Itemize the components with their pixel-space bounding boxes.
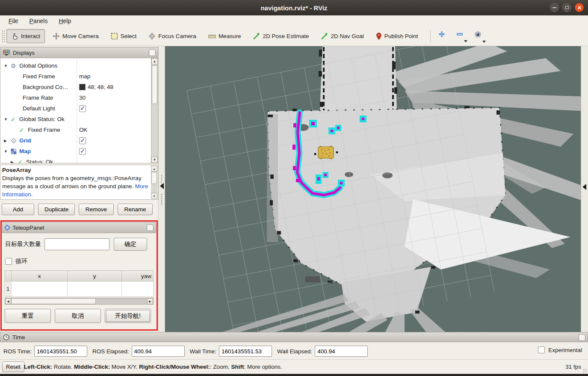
scroll-down-arrow-icon[interactable]: ▼ [151, 193, 157, 199]
remove-display-button[interactable]: Remove [79, 204, 114, 215]
scroll-up-arrow-icon[interactable]: ▲ [151, 166, 157, 172]
panel-splitter[interactable] [158, 46, 165, 332]
collapse-left-arrow-icon[interactable] [582, 184, 586, 190]
selection-box-icon [111, 33, 118, 40]
rviz-window: navigation.rviz* - RViz File Panels Help… [0, 0, 588, 376]
menu-help[interactable]: Help [53, 16, 76, 26]
chevron-collapsed-icon[interactable]: ▶ [4, 139, 11, 143]
tool-visibility-button[interactable] [471, 29, 485, 44]
scroll-right-arrow-icon[interactable]: ▶ [147, 298, 153, 304]
publish-point-tool-button[interactable]: Publish Point [372, 30, 423, 43]
remove-tool-button[interactable] [453, 29, 467, 43]
frame-rate-value[interactable]: 30 [79, 95, 86, 101]
map-enabled-checkbox[interactable] [79, 148, 86, 155]
displays-tree[interactable]: ▼ ⚙ Global Options Fixed Frame map Backg… [0, 58, 158, 163]
waypoint-row[interactable]: 1 [5, 281, 154, 297]
color-swatch[interactable] [79, 84, 86, 90]
scrollbar-thumb[interactable] [151, 172, 157, 184]
chevron-down-icon[interactable] [482, 41, 486, 43]
pose-estimate-tool-button[interactable]: 2D Pose Estimate [248, 30, 313, 43]
chevron-down-icon[interactable] [464, 40, 467, 42]
title-bar[interactable]: navigation.rviz* - RViz [0, 0, 588, 15]
grid-display-icon [11, 138, 19, 144]
background-color-value[interactable]: 48; 48; 48 [88, 84, 113, 90]
chevron-expanded-icon[interactable]: ▼ [4, 149, 11, 154]
rename-display-button[interactable]: Rename [118, 204, 153, 215]
cancel-button[interactable]: 取消 [55, 309, 101, 323]
tree-row-background-color[interactable]: Background Co… 48; 48; 48 [0, 82, 158, 92]
tree-row-grid[interactable]: ▶ Grid [0, 135, 158, 146]
interact-tool-button[interactable]: Interact [6, 29, 45, 43]
description-scrollbar[interactable]: ▲ ▼ [151, 166, 157, 199]
focus-camera-tool-button[interactable]: Focus Camera [144, 30, 201, 43]
tree-row-map-status[interactable]: ▶ ✓ Status: Ok [0, 157, 158, 163]
chevron-collapsed-icon[interactable]: ▶ [11, 160, 18, 164]
duplicate-display-button[interactable]: Duplicate [38, 204, 75, 215]
displays-hide-button[interactable] [149, 49, 156, 56]
displays-panel-header[interactable]: Displays [0, 47, 158, 58]
chevron-expanded-icon[interactable]: ▼ [4, 117, 11, 121]
tree-row-label: Fixed Frame [28, 127, 60, 133]
default-light-checkbox[interactable] [79, 105, 86, 112]
wall-elapsed-input[interactable] [315, 346, 368, 357]
time-panel-header[interactable]: Time [0, 332, 588, 342]
column-header-y[interactable]: y [68, 271, 122, 281]
scroll-left-arrow-icon[interactable]: ◀ [5, 298, 11, 304]
scroll-down-arrow-icon[interactable]: ▼ [151, 157, 158, 163]
chevron-expanded-icon[interactable]: ▼ [4, 64, 11, 68]
table-horizontal-scrollbar[interactable]: ◀ ▶ [5, 298, 154, 305]
reset-waypoints-button[interactable]: 重置 [5, 309, 51, 323]
collapse-left-arrow-icon[interactable] [160, 183, 164, 189]
move-camera-tool-button[interactable]: Move Camera [48, 30, 103, 43]
tree-row-default-light[interactable]: Default Light [0, 103, 158, 114]
scrollbar-thumb[interactable] [152, 65, 157, 104]
menu-file[interactable]: File [3, 16, 24, 26]
loop-checkbox[interactable] [5, 258, 12, 265]
nav-goal-tool-button[interactable]: 2D Nav Goal [316, 30, 368, 43]
status-ok-check-icon: ✓ [18, 159, 26, 164]
tree-row-label: Map [19, 148, 31, 154]
tree-row-map[interactable]: ▼ Map [0, 146, 158, 157]
tree-row-global-status[interactable]: ▼ ✓ Global Status: Ok [0, 114, 158, 124]
ros-elapsed-input[interactable] [132, 346, 185, 357]
column-header-yaw[interactable]: yaw [122, 271, 154, 281]
start-navigation-button[interactable]: 开始导航! [105, 309, 151, 323]
ros-time-input[interactable] [34, 346, 87, 357]
toolbar-grip[interactable] [2, 30, 5, 43]
scroll-up-arrow-icon[interactable]: ▲ [151, 58, 158, 65]
fixed-frame-value[interactable]: map [79, 73, 90, 80]
close-button[interactable] [575, 3, 584, 12]
max-goal-input[interactable] [44, 238, 109, 250]
tree-row-label: Global Status: Ok [19, 116, 65, 122]
reset-view-button[interactable]: Reset [2, 361, 24, 372]
experimental-checkbox[interactable] [538, 346, 545, 353]
grid-enabled-checkbox[interactable] [79, 137, 86, 144]
cell-yaw[interactable] [122, 281, 154, 297]
add-display-button[interactable]: Add [2, 204, 34, 215]
select-tool-button[interactable]: Select [106, 30, 141, 43]
add-tool-button[interactable] [435, 29, 449, 43]
fps-counter: 31 fps [565, 364, 581, 370]
teleop-hide-button[interactable] [147, 224, 154, 231]
render-viewport[interactable] [165, 46, 581, 332]
right-panel-collapse-strip[interactable] [581, 46, 588, 332]
cell-y[interactable] [68, 281, 122, 297]
wall-time-input[interactable] [219, 346, 272, 357]
tree-row-fixed-frame-status[interactable]: ✓ Fixed Frame OK [0, 124, 158, 135]
resize-grip[interactable] [583, 369, 587, 373]
maximize-button[interactable] [562, 3, 571, 12]
tree-row-fixed-frame[interactable]: Fixed Frame map [0, 71, 158, 82]
waypoint-table[interactable]: x y yaw 1 [5, 270, 154, 297]
measure-tool-button[interactable]: Measure [204, 30, 245, 42]
displays-tree-scrollbar[interactable]: ▲ ▼ [151, 58, 158, 163]
time-hide-button[interactable] [579, 334, 585, 341]
column-header-x[interactable]: x [12, 271, 68, 281]
cell-x[interactable] [12, 281, 68, 297]
confirm-button[interactable]: 确定 [114, 238, 147, 251]
scrollbar-thumb[interactable] [11, 298, 96, 304]
minimize-button[interactable] [550, 3, 559, 12]
teleop-panel-header[interactable]: TeleopPanel [2, 222, 156, 233]
tree-row-global-options[interactable]: ▼ ⚙ Global Options [0, 60, 158, 71]
menu-panels[interactable]: Panels [24, 16, 53, 26]
tree-row-frame-rate[interactable]: Frame Rate 30 [0, 92, 158, 103]
